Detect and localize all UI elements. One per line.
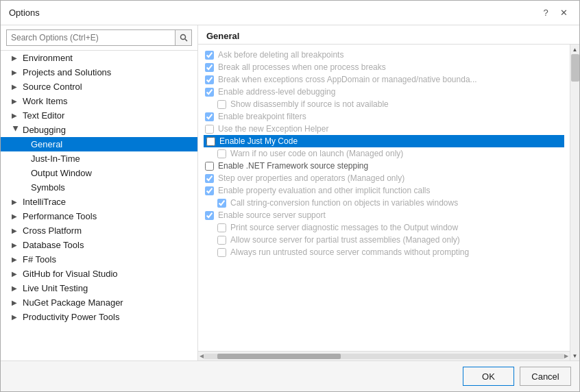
checkbox-address-debug[interactable] <box>205 88 214 97</box>
checkbox-bp-filters[interactable] <box>205 112 214 121</box>
option-label-property-eval: Enable property evaluation and other imp… <box>218 186 431 195</box>
checkbox-always-run-untrusted[interactable] <box>217 248 226 257</box>
options-dialog: Options ? ✕ ▶Environment▶Projects and <box>0 0 580 392</box>
scroll-down-arrow[interactable]: ▼ <box>570 351 580 360</box>
svg-point-0 <box>180 35 185 40</box>
tree-arrow-intellitrace: ▶ <box>12 198 20 206</box>
checkbox-property-eval[interactable] <box>205 186 214 195</box>
v-scroll-thumb[interactable] <box>571 54 579 82</box>
option-item-break-processes: Break all processes when one process bre… <box>204 61 564 73</box>
sidebar-item-performance-tools[interactable]: ▶Performance Tools <box>1 209 197 223</box>
sidebar-item-text-editor[interactable]: ▶Text Editor <box>1 108 197 123</box>
tree-arrow-projects: ▶ <box>12 69 20 76</box>
option-label-warn-no-user: Warn if no user code on launch (Managed … <box>230 149 403 158</box>
search-icon <box>180 34 188 42</box>
checkbox-break-processes[interactable] <box>205 63 214 72</box>
sidebar-item-label-github: GitHub for Visual Studio <box>23 269 118 279</box>
option-label-net-source: Enable .NET Framework source stepping <box>218 161 368 171</box>
ok-button[interactable]: OK <box>463 367 514 386</box>
search-area <box>1 25 197 51</box>
left-panel: ▶Environment▶Projects and Solutions▶Sour… <box>1 25 198 360</box>
sidebar-item-general[interactable]: General <box>1 137 197 151</box>
tree-arrow-database-tools: ▶ <box>12 241 20 249</box>
option-item-just-my-code: Enable Just My Code <box>204 135 564 147</box>
v-scroll-track <box>570 54 579 351</box>
checkbox-call-string-conv[interactable] <box>217 199 226 208</box>
checkbox-break-exceptions[interactable] <box>205 75 214 84</box>
sidebar-item-nuget[interactable]: ▶NuGet Package Manager <box>1 295 197 310</box>
h-scroll-thumb[interactable] <box>217 354 341 359</box>
search-input[interactable] <box>6 29 176 46</box>
dialog-title: Options <box>9 8 40 18</box>
checkbox-just-my-code[interactable] <box>206 137 215 146</box>
checkbox-warn-no-user[interactable] <box>217 149 226 158</box>
option-label-break-processes: Break all processes when one process bre… <box>218 62 386 72</box>
option-label-always-run-untrusted: Always run untrusted source server comma… <box>230 247 469 257</box>
right-panel-header: General <box>198 25 579 45</box>
scroll-up-arrow[interactable]: ▲ <box>570 45 580 54</box>
h-scroll-track <box>204 354 564 359</box>
horizontal-scrollbar[interactable]: ◀ ▶ <box>198 351 570 360</box>
sidebar-item-work-items[interactable]: ▶Work Items <box>1 94 197 108</box>
vertical-scrollbar[interactable]: ▲ ▼ <box>570 45 579 360</box>
sidebar-item-projects[interactable]: ▶Projects and Solutions <box>1 65 197 79</box>
title-bar-right: ? ✕ <box>538 5 571 21</box>
title-bar-left: Options <box>9 8 40 18</box>
checkbox-print-source-diag[interactable] <box>217 223 226 232</box>
sidebar-item-label-live-unit-testing: Live Unit Testing <box>23 283 88 293</box>
option-item-exception-helper: Use the new Exception Helper <box>204 123 564 135</box>
sidebar-item-github[interactable]: ▶GitHub for Visual Studio <box>1 267 197 281</box>
sidebar-item-output-window[interactable]: Output Window <box>1 166 197 180</box>
tree-arrow-work-items: ▶ <box>12 97 20 105</box>
checkbox-step-over[interactable] <box>205 174 214 183</box>
scroll-right-arrow[interactable]: ▶ <box>564 353 568 359</box>
tree-arrow-nuget: ▶ <box>12 299 20 306</box>
option-label-print-source-diag: Print source server diagnostic messages … <box>230 223 458 232</box>
option-label-bp-filters: Enable breakpoint filters <box>218 112 306 121</box>
sidebar-item-label-work-items: Work Items <box>23 96 68 106</box>
sidebar-item-intellitrace[interactable]: ▶IntelliTrace <box>1 195 197 209</box>
option-label-address-debug: Enable address-level debugging <box>218 87 335 97</box>
sidebar-item-cross-platform[interactable]: ▶Cross Platform <box>1 223 197 238</box>
checkbox-net-source[interactable] <box>205 162 214 171</box>
sidebar-item-label-fsharp-tools: F# Tools <box>23 254 56 265</box>
sidebar-item-label-text-editor: Text Editor <box>23 110 64 121</box>
tree-arrow-live-unit-testing: ▶ <box>12 284 20 292</box>
checkbox-allow-partial-trust[interactable] <box>217 236 226 245</box>
sidebar-item-database-tools[interactable]: ▶Database Tools <box>1 238 197 252</box>
option-label-show-disassembly: Show disassembly if source is not availa… <box>230 99 389 109</box>
sidebar-item-symbols[interactable]: Symbols <box>1 180 197 195</box>
cancel-button[interactable]: Cancel <box>520 367 571 386</box>
sidebar-item-label-cross-platform: Cross Platform <box>23 225 82 236</box>
option-label-call-string-conv: Call string-conversion function on objec… <box>230 198 458 208</box>
tree-arrow-cross-platform: ▶ <box>12 227 20 234</box>
option-item-ask-delete-bp: Ask before deleting all breakpoints <box>204 49 564 61</box>
close-button[interactable]: ✕ <box>556 5 571 21</box>
help-button[interactable]: ? <box>538 5 553 21</box>
sidebar-item-label-projects: Projects and Solutions <box>23 67 111 77</box>
sidebar-item-fsharp-tools[interactable]: ▶F# Tools <box>1 252 197 267</box>
tree-arrow-debugging: ▶ <box>12 126 20 134</box>
checkbox-exception-helper[interactable] <box>205 125 214 134</box>
sidebar-item-just-in-time[interactable]: Just-In-Time <box>1 151 197 166</box>
sidebar-item-debugging[interactable]: ▶Debugging <box>1 123 197 137</box>
option-item-break-exceptions: Break when exceptions cross AppDomain or… <box>204 73 564 86</box>
option-item-source-server: Enable source server support <box>204 209 564 221</box>
sidebar-item-source-control[interactable]: ▶Source Control <box>1 79 197 94</box>
checkbox-ask-delete-bp[interactable] <box>205 51 214 60</box>
sidebar-item-label-debugging: Debugging <box>23 125 66 135</box>
sidebar-item-label-environment: Environment <box>23 53 73 63</box>
search-icon-button[interactable] <box>176 29 192 46</box>
option-label-ask-delete-bp: Ask before deleting all breakpoints <box>218 50 343 60</box>
option-item-warn-no-user: Warn if no user code on launch (Managed … <box>204 147 564 160</box>
sidebar-item-environment[interactable]: ▶Environment <box>1 51 197 65</box>
sidebar-item-live-unit-testing[interactable]: ▶Live Unit Testing <box>1 281 197 295</box>
sidebar-item-productivity[interactable]: ▶Productivity Power Tools <box>1 310 197 324</box>
sidebar-item-label-output-window: Output Window <box>31 168 92 178</box>
option-item-net-source: Enable .NET Framework source stepping <box>204 160 564 172</box>
main-content: ▶Environment▶Projects and Solutions▶Sour… <box>1 25 579 360</box>
checkbox-show-disassembly[interactable] <box>217 100 226 109</box>
option-label-exception-helper: Use the new Exception Helper <box>218 124 328 134</box>
title-bar: Options ? ✕ <box>1 1 579 25</box>
checkbox-source-server[interactable] <box>205 211 214 220</box>
